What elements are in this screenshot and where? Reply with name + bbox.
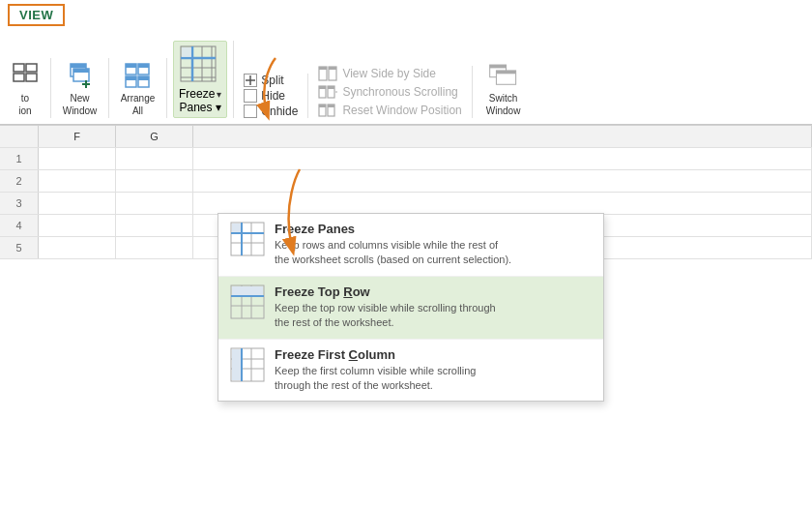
cell-rest3 (193, 193, 812, 214)
svg-rect-31 (319, 67, 327, 70)
table-row: 3 (0, 193, 812, 215)
split-button[interactable]: Split (244, 74, 298, 87)
column-headers: F G (0, 126, 812, 148)
svg-rect-46 (496, 71, 515, 74)
svg-rect-7 (73, 69, 89, 73)
svg-rect-54 (232, 224, 241, 232)
col-f-header[interactable]: F (39, 126, 116, 147)
cell-f1[interactable] (39, 148, 116, 169)
view-side-by-side-button[interactable]: View Side by Side (318, 66, 461, 81)
cell-rest2 (193, 170, 812, 192)
reset-window-button[interactable]: Reset Window Position (318, 103, 461, 118)
col-g-header[interactable]: G (116, 126, 193, 147)
freeze-panes-option-title: Freeze Panes (275, 222, 511, 236)
freeze-top-row-option-desc: Keep the top row visible while scrolling… (275, 301, 496, 331)
svg-rect-27 (182, 47, 191, 57)
svg-rect-61 (232, 286, 263, 295)
new-window-label: New (70, 93, 89, 104)
svg-rect-3 (26, 74, 37, 81)
svg-rect-35 (319, 86, 326, 89)
cell-f2[interactable] (39, 170, 116, 192)
new-window-group: New Window (51, 58, 109, 118)
freeze-first-column-option[interactable]: Freeze First Column Keep the first colum… (218, 340, 603, 402)
normal-label2: ion (18, 105, 31, 116)
cell-g5[interactable] (116, 237, 193, 258)
freeze-top-row-option-title: Freeze Top Row (275, 284, 496, 299)
cell-f5[interactable] (39, 237, 116, 258)
freeze-top-row-option-icon (230, 284, 265, 319)
freeze-first-column-option-title: Freeze First Column (275, 347, 476, 362)
freeze-top-row-option-text: Freeze Top Row Keep the top row visible … (275, 284, 496, 331)
freeze-panes-dropdown: Freeze Panes Keep rows and columns visib… (218, 213, 604, 402)
arrange-all-button[interactable]: Arrange All (117, 58, 160, 118)
hide-label: Hide (261, 89, 285, 103)
svg-rect-15 (126, 76, 136, 80)
svg-rect-17 (138, 76, 149, 80)
cell-f3[interactable] (39, 193, 116, 214)
col-extra-header (193, 126, 812, 147)
table-row: 2 (0, 170, 812, 193)
freeze-panes-label2: Panes ▾ (180, 101, 221, 114)
svg-rect-68 (232, 349, 241, 380)
switch-windows-label2: Window (486, 105, 521, 116)
unhide-button[interactable]: Unhide (244, 105, 298, 118)
freeze-panes-button[interactable]: Freeze ▾ Panes ▾ (173, 41, 227, 118)
split-checkbox (244, 74, 257, 87)
unhide-checkbox (244, 105, 257, 118)
split-label: Split (261, 74, 283, 87)
freeze-panes-option-text: Freeze Panes Keep rows and columns visib… (275, 222, 511, 268)
view-side-by-side-icon (318, 66, 337, 81)
svg-rect-0 (14, 64, 24, 72)
hide-checkbox (244, 89, 257, 103)
ribbon: VIEW to ion (0, 0, 812, 126)
hide-button[interactable]: Hide (244, 89, 298, 103)
freeze-panes-option[interactable]: Freeze Panes Keep rows and columns visib… (218, 214, 603, 277)
sync-scrolling-label: Synchronous Scrolling (342, 85, 457, 99)
cell-g2[interactable] (116, 170, 193, 192)
reset-window-label: Reset Window Position (342, 104, 461, 117)
split-hide-group: Split Hide Unhide (234, 74, 308, 118)
freeze-panes-group: Freeze ▾ Panes ▾ (167, 41, 234, 118)
switch-windows-button[interactable]: Switch Window (482, 58, 525, 118)
switch-windows-group: Switch Window (473, 58, 535, 118)
cell-g3[interactable] (116, 193, 193, 214)
svg-rect-2 (14, 74, 24, 81)
new-window-button[interactable]: New Window (59, 58, 102, 118)
freeze-first-column-option-icon (230, 347, 265, 382)
svg-rect-5 (71, 64, 86, 68)
freeze-top-row-option[interactable]: Freeze Top Row Keep the top row visible … (218, 277, 603, 340)
synchronous-scrolling-icon (318, 84, 337, 100)
cell-g1[interactable] (116, 148, 193, 169)
svg-rect-37 (328, 86, 334, 89)
view-side-by-side-label: View Side by Side (342, 67, 436, 80)
svg-rect-11 (126, 64, 136, 68)
svg-rect-44 (489, 65, 506, 68)
window-view-group: View Side by Side Synchronous Scrolling (308, 66, 472, 118)
svg-rect-1 (26, 64, 37, 72)
switch-windows-label: Switch (489, 93, 517, 104)
corner-cell (0, 126, 39, 147)
arrange-all-label: Arrange (121, 93, 156, 104)
arrange-all-label2: All (132, 105, 143, 116)
synchronous-scrolling-button[interactable]: Synchronous Scrolling (318, 84, 461, 100)
unhide-label: Unhide (261, 105, 298, 118)
freeze-first-column-option-text: Freeze First Column Keep the first colum… (275, 347, 476, 394)
cell-rest1 (193, 148, 812, 169)
freeze-panes-option-desc: Keep rows and columns visible while the … (275, 238, 511, 268)
svg-rect-33 (329, 67, 336, 70)
svg-rect-40 (319, 105, 326, 107)
arrange-all-group: Arrange All (109, 58, 167, 118)
table-row: 1 (0, 148, 812, 170)
freeze-first-column-option-desc: Keep the first column visible while scro… (275, 364, 476, 394)
normal-button[interactable]: to ion (6, 58, 44, 118)
normal-label: to (21, 93, 29, 104)
cell-g4[interactable] (116, 215, 193, 236)
freeze-panes-option-icon (230, 222, 265, 256)
cell-f4[interactable] (39, 215, 116, 236)
freeze-panes-label: Freeze (179, 87, 215, 101)
svg-rect-13 (138, 64, 149, 68)
new-window-label2: Window (63, 105, 98, 116)
svg-rect-42 (328, 105, 334, 107)
reset-window-icon (318, 103, 337, 118)
